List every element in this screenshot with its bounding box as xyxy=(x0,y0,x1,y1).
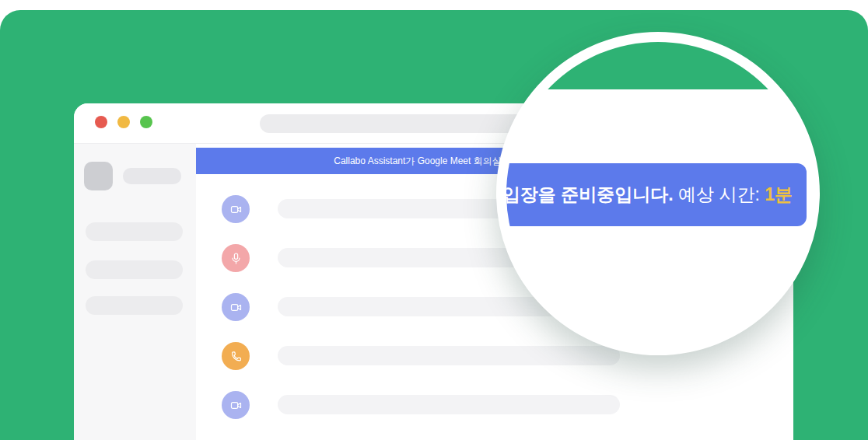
video-camera-icon xyxy=(222,195,250,223)
banner-text: 예상 시간: xyxy=(674,184,765,204)
magnified-hero-background xyxy=(502,42,814,89)
meeting-title-placeholder[interactable] xyxy=(278,395,620,414)
sidebar xyxy=(74,144,196,440)
magnifier-circle: Callabo Assistant가 Google Meet 회의실 입장을 준… xyxy=(496,32,820,355)
video-camera-icon xyxy=(222,293,250,321)
sidebar-menu-placeholder[interactable] xyxy=(86,260,183,279)
traffic-light-zoom-button[interactable] xyxy=(140,116,152,128)
microphone-icon xyxy=(222,244,250,272)
traffic-light-close-button[interactable] xyxy=(95,116,107,128)
magnified-notification-banner: Callabo Assistant가 Google Meet 회의실 입장을 준… xyxy=(502,163,807,226)
traffic-light-minimize-button[interactable] xyxy=(117,116,130,128)
banner-text: Callabo Assistant가 Google Meet 회의실 xyxy=(334,155,504,166)
illustration-stage: Callabo Assistant가 Google Meet 회의실 입장을 준… xyxy=(0,0,868,440)
video-camera-icon xyxy=(222,391,250,419)
sidebar-avatar-placeholder xyxy=(84,162,113,190)
sidebar-title-placeholder xyxy=(123,168,181,184)
banner-eta-highlight: 1분 xyxy=(765,184,793,204)
sidebar-menu-placeholder[interactable] xyxy=(86,222,183,241)
phone-icon xyxy=(222,342,250,370)
hero-background: Callabo Assistant가 Google Meet 회의실 입장을 준… xyxy=(0,10,868,440)
sidebar-menu-placeholder[interactable] xyxy=(86,296,183,315)
meeting-title-placeholder[interactable] xyxy=(278,346,620,365)
banner-text-bold: 입장을 준비중입니다. xyxy=(502,184,674,204)
magnified-banner-text: Callabo Assistant가 Google Meet 회의실 입장을 준… xyxy=(502,163,793,226)
